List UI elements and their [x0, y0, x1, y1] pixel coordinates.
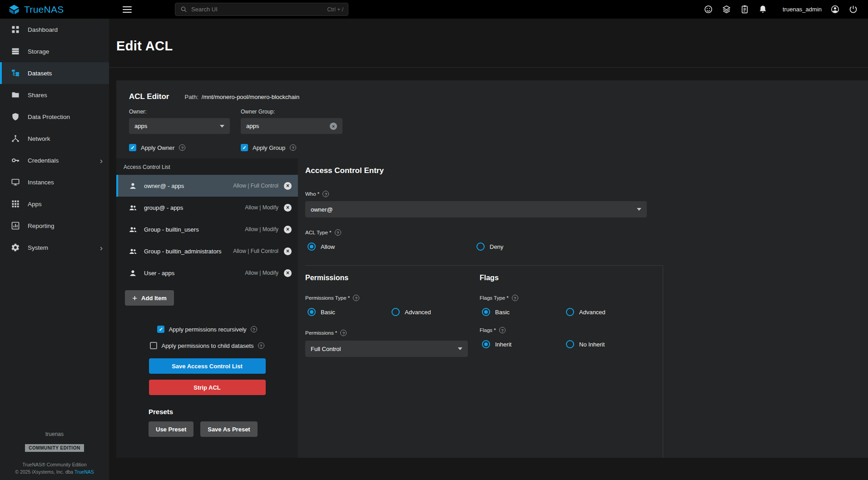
remove-entry-icon[interactable]: [284, 247, 292, 255]
child-datasets-checkbox[interactable]: [150, 342, 157, 349]
sidebar-item-credentials[interactable]: Credentials: [0, 149, 109, 171]
flags-type-advanced-option[interactable]: Advanced: [566, 308, 605, 316]
topbar: TrueNAS Ctrl + /: [0, 0, 868, 19]
help-icon[interactable]: [512, 295, 518, 301]
help-icon[interactable]: [335, 229, 341, 236]
acl-type-allow-option[interactable]: Allow: [308, 242, 476, 251]
acl-entry-row[interactable]: Group - builtin_users Allow | Modify: [116, 218, 298, 240]
permissions-label-row: Permissions *: [305, 330, 480, 336]
plus-icon: [132, 294, 137, 302]
help-icon[interactable]: [251, 326, 257, 332]
help-icon[interactable]: [340, 330, 347, 336]
permissions-type-label-row: Permissions Type *: [305, 295, 480, 301]
flags-no-inherit-option[interactable]: No Inherit: [566, 340, 605, 348]
people-icon: [129, 225, 137, 234]
add-item-button[interactable]: Add Item: [125, 290, 174, 306]
apply-owner-label: Apply Owner: [141, 144, 174, 151]
sidebar-item-reporting[interactable]: Reporting: [0, 215, 109, 237]
permissions-select[interactable]: Full Control: [305, 341, 468, 357]
acl-entry-row[interactable]: owner@ - apps Allow | Full Control: [116, 175, 298, 197]
owner-select[interactable]: apps: [129, 118, 230, 134]
sidebar-item-data-protection[interactable]: Data Protection: [0, 106, 109, 128]
owner-group-input[interactable]: [246, 123, 330, 129]
permissions-type-advanced-option[interactable]: Advanced: [392, 308, 431, 316]
brand[interactable]: TrueNAS: [0, 4, 109, 15]
save-acl-button[interactable]: Save Access Control List: [149, 358, 266, 374]
flags-radio-group: Inherit No Inherit: [480, 340, 654, 348]
acl-entry-status: Allow | Modify: [245, 270, 278, 276]
help-icon[interactable]: [499, 327, 506, 333]
ace-heading: Access Control Entry: [305, 166, 868, 175]
owner-group-label: Owner Group:: [241, 109, 342, 115]
flags-inherit-option[interactable]: Inherit: [482, 340, 566, 348]
acl-entry-row[interactable]: User - apps Allow | Modify: [116, 262, 298, 284]
radio-label: Allow: [321, 243, 335, 250]
permissions-type-basic-option[interactable]: Basic: [308, 308, 392, 316]
acl-entry-label: User - apps: [144, 270, 174, 277]
clear-icon[interactable]: [330, 123, 337, 130]
apply-owner-checkbox[interactable]: [129, 144, 136, 151]
flags-type-basic-option[interactable]: Basic: [482, 308, 566, 316]
acl-type-radio-group: Allow Deny: [305, 242, 868, 251]
flags-label-row: Flags *: [480, 327, 654, 333]
bar-chart-icon: [11, 221, 20, 230]
strip-acl-button[interactable]: Strip ACL: [149, 380, 266, 395]
sidebar-item-datasets[interactable]: Datasets: [0, 62, 109, 84]
sidebar-item-apps[interactable]: Apps: [0, 193, 109, 215]
radio-selected-icon: [308, 308, 316, 316]
owner-group-field: Owner Group:: [241, 109, 342, 134]
power-icon[interactable]: [848, 5, 858, 14]
remove-entry-icon[interactable]: [284, 269, 292, 277]
sidebar-item-label: System: [28, 244, 48, 251]
gear-icon: [11, 243, 20, 252]
sidebar-item-label: Storage: [28, 48, 49, 55]
search-icon: [180, 5, 188, 13]
acl-entry-row[interactable]: group@ - apps Allow | Modify: [116, 197, 298, 218]
flags-type-label-row: Flags Type *: [480, 295, 654, 301]
menu-icon[interactable]: [123, 6, 132, 13]
acl-editor-heading: ACL Editor: [129, 92, 169, 101]
help-icon[interactable]: [179, 144, 185, 151]
sidebar-item-network[interactable]: Network: [0, 128, 109, 149]
recursive-checkbox[interactable]: [157, 326, 164, 333]
search-input[interactable]: [191, 6, 323, 13]
acl-type-deny-option[interactable]: Deny: [476, 242, 503, 251]
save-as-preset-button[interactable]: Save As Preset: [200, 421, 257, 437]
acl-entry-status: Allow | Full Control: [233, 248, 278, 254]
remove-entry-icon[interactable]: [284, 182, 292, 190]
presets-heading: Presets: [149, 408, 298, 416]
username: truenas_admin: [783, 6, 822, 13]
sidebar-item-dashboard[interactable]: Dashboard: [0, 19, 109, 40]
apply-group-checkbox[interactable]: [241, 144, 248, 151]
remove-entry-icon[interactable]: [284, 226, 292, 233]
bell-icon[interactable]: [758, 5, 768, 14]
network-hub-icon: [11, 134, 20, 143]
user-circle-icon[interactable]: [830, 5, 840, 14]
layers-icon[interactable]: [722, 5, 731, 14]
help-icon[interactable]: [290, 144, 296, 151]
acl-entry-status: Allow | Full Control: [233, 183, 278, 189]
smiley-icon[interactable]: [704, 5, 713, 14]
flags-label: Flags *: [480, 327, 496, 333]
acl-entry-row[interactable]: Group - builtin_administrators Allow | F…: [116, 240, 298, 262]
who-select[interactable]: owner@: [305, 201, 647, 218]
help-icon[interactable]: [258, 342, 264, 349]
truenas-link[interactable]: TrueNAS: [74, 469, 94, 475]
acl-list-heading: Access Control List: [116, 163, 298, 175]
sidebar-item-shares[interactable]: Shares: [0, 84, 109, 106]
search-box[interactable]: Ctrl + /: [175, 3, 348, 16]
sidebar-item-system[interactable]: System: [0, 237, 109, 258]
search-shortcut: Ctrl + /: [327, 6, 343, 13]
page-title: Edit ACL: [109, 19, 868, 54]
apply-owner-row: Apply Owner: [129, 144, 241, 151]
sidebar-item-label: Shares: [28, 92, 47, 99]
recursive-label: Apply permissions recursively: [169, 326, 246, 333]
child-datasets-row: Apply permissions to child datasets: [150, 342, 264, 349]
sidebar-item-instances[interactable]: Instances: [0, 171, 109, 193]
help-icon[interactable]: [322, 191, 329, 197]
help-icon[interactable]: [353, 295, 359, 301]
use-preset-button[interactable]: Use Preset: [149, 421, 193, 437]
clipboard-icon[interactable]: [740, 5, 749, 14]
sidebar-item-storage[interactable]: Storage: [0, 40, 109, 62]
remove-entry-icon[interactable]: [284, 204, 292, 212]
